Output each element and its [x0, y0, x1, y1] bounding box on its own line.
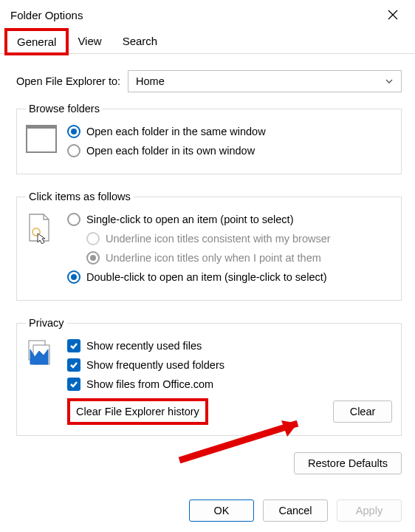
- radio-own-window-label: Open each folder in its own window: [86, 145, 255, 157]
- folder-icon: [26, 125, 57, 153]
- check-frequent-folders[interactable]: [67, 358, 80, 372]
- restore-defaults-button[interactable]: Restore Defaults: [294, 452, 402, 474]
- radio-same-window[interactable]: [67, 125, 80, 138]
- tab-bar: General View Search: [0, 30, 415, 54]
- check-frequent-folders-label: Show frequently used folders: [86, 359, 224, 371]
- privacy-icon: [26, 339, 55, 366]
- check-office-files[interactable]: [67, 378, 80, 391]
- radio-single-click[interactable]: [67, 213, 80, 226]
- radio-own-window[interactable]: [67, 144, 80, 157]
- click-items-legend: Click items as follows: [26, 191, 134, 202]
- clear-button[interactable]: Clear: [333, 400, 392, 423]
- check-office-files-label: Show files from Office.com: [86, 378, 213, 390]
- clear-history-label: Clear File Explorer history: [67, 398, 208, 425]
- document-click-icon: [26, 213, 52, 244]
- window-title: Folder Options: [10, 9, 83, 21]
- radio-underline-point-label: Underline icon titles only when I point …: [106, 252, 321, 264]
- click-items-group: Click items as follows Single-click to o…: [16, 191, 402, 301]
- check-recent-files[interactable]: [67, 339, 80, 352]
- close-icon: [388, 10, 398, 20]
- radio-underline-browser: [86, 232, 100, 245]
- radio-double-click[interactable]: [67, 270, 80, 284]
- cancel-button[interactable]: Cancel: [263, 499, 328, 522]
- privacy-group: Privacy Show recently used files Show fr…: [16, 317, 402, 436]
- chevron-down-icon: [385, 77, 394, 86]
- tab-general[interactable]: General: [6, 30, 67, 54]
- radio-single-click-label: Single-click to open an item (point to s…: [86, 214, 293, 225]
- browse-folders-group: Browse folders Open each folder in the s…: [16, 103, 402, 174]
- ok-button[interactable]: OK: [189, 499, 254, 522]
- radio-double-click-label: Double-click to open an item (single-cli…: [86, 271, 327, 283]
- open-explorer-label: Open File Explorer to:: [16, 75, 120, 87]
- radio-same-window-label: Open each folder in the same window: [86, 126, 266, 137]
- privacy-legend: Privacy: [26, 317, 67, 329]
- open-explorer-value: Home: [136, 75, 165, 87]
- open-explorer-select[interactable]: Home: [128, 70, 402, 92]
- radio-underline-point: [86, 251, 100, 265]
- check-recent-files-label: Show recently used files: [86, 340, 202, 352]
- browse-folders-legend: Browse folders: [26, 103, 103, 115]
- tab-search[interactable]: Search: [112, 30, 168, 53]
- close-button[interactable]: [377, 2, 409, 27]
- radio-underline-browser-label: Underline icon titles consistent with my…: [106, 233, 331, 245]
- apply-button: Apply: [337, 499, 402, 522]
- tab-view[interactable]: View: [67, 30, 112, 53]
